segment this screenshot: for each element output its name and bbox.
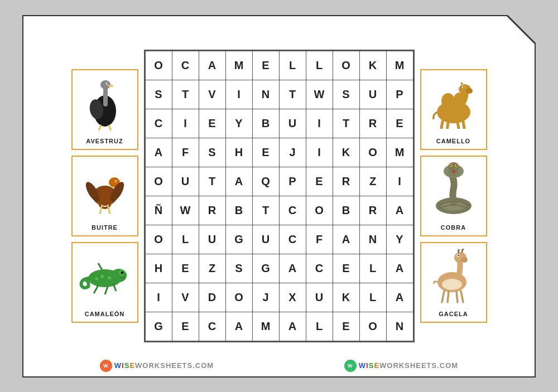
svg-point-16 [116, 181, 117, 182]
grid-cell-5-9: A [386, 196, 413, 225]
grid-cell-9-7: E [333, 312, 359, 341]
grid-cell-6-4: U [252, 225, 279, 254]
grid-cell-9-1: E [172, 312, 199, 341]
svg-point-36 [466, 88, 473, 94]
grid-cell-4-4: Q [252, 167, 279, 196]
animal-card-avestruz: AVESTRUZ [71, 69, 138, 150]
svg-point-22 [111, 269, 127, 282]
grid-cell-5-6: O [306, 196, 333, 225]
watermark-bar: W WISEWORKSHEETS.COM W WISEWORKSHEETS.CO… [23, 360, 535, 372]
grid-cell-9-5: A [279, 312, 306, 341]
grid-cell-3-8: O [359, 138, 386, 167]
grid-cell-7-7: E [333, 254, 359, 283]
grid-cell-8-9: A [386, 283, 413, 312]
svg-point-29 [100, 275, 104, 278]
grid-cell-2-4: B [252, 109, 279, 138]
grid-cell-1-2: V [199, 80, 225, 109]
grid-cell-3-7: K [333, 138, 359, 167]
svg-line-41 [458, 122, 459, 129]
avestruz-image [73, 73, 137, 132]
svg-line-6 [98, 125, 101, 130]
grid-cell-8-7: K [333, 283, 359, 312]
grid-cell-2-5: U [279, 109, 306, 138]
page-corner [507, 16, 535, 44]
svg-point-54 [461, 257, 468, 263]
grid-cell-7-8: L [359, 254, 386, 283]
grid-cell-5-4: T [252, 196, 279, 225]
grid-cell-4-8: Z [359, 167, 386, 196]
svg-line-25 [94, 285, 98, 293]
svg-point-31 [95, 277, 98, 280]
grid-cell-2-9: E [386, 109, 413, 138]
main-content: AVESTRUZ [60, 44, 498, 348]
svg-line-60 [456, 292, 458, 302]
svg-point-49 [450, 164, 451, 166]
grid-cell-9-3: A [225, 312, 252, 341]
svg-point-47 [448, 162, 459, 171]
grid-cell-7-2: Z [199, 254, 225, 283]
svg-point-38 [463, 86, 464, 88]
grid-cell-0-6: L [306, 51, 333, 80]
left-animal-cards: AVESTRUZ [71, 69, 138, 323]
gacela-image [421, 246, 486, 304]
grid-cell-5-5: C [279, 196, 306, 225]
grid-cell-0-5: L [279, 51, 306, 80]
grid-cell-6-1: L [172, 225, 199, 254]
grid-cell-4-7: R [333, 167, 359, 196]
svg-point-56 [458, 254, 459, 255]
grid-cell-6-9: Y [386, 225, 413, 254]
svg-rect-1 [103, 87, 108, 107]
grid-cell-5-0: Ñ [145, 196, 172, 225]
grid-cell-5-1: W [172, 196, 199, 225]
grid-cell-2-1: I [172, 109, 199, 138]
grid-cell-7-4: G [252, 254, 279, 283]
svg-point-24 [121, 271, 123, 274]
grid-table: OCAMELLOKMSTVINTWSUPCIEYBUITREAFSHEJIKOM… [145, 51, 413, 341]
grid-row-7: HEZSGACELA [145, 254, 413, 283]
animal-card-buitre: BUITRE [71, 156, 138, 236]
grid-cell-1-8: U [359, 80, 386, 109]
grid-row-1: STVINTWSUP [145, 80, 413, 109]
grid-row-9: GECAMALEON [145, 312, 413, 341]
grid-cell-6-5: C [279, 225, 306, 254]
grid-cell-3-4: E [252, 138, 279, 167]
grid-cell-3-6: I [306, 138, 333, 167]
grid-cell-3-9: M [386, 138, 413, 167]
svg-line-58 [442, 291, 444, 302]
grid-cell-4-6: E [306, 167, 333, 196]
grid-cell-3-5: J [279, 138, 306, 167]
svg-line-26 [105, 287, 108, 294]
svg-point-33 [441, 93, 455, 109]
grid-cell-8-3: O [225, 283, 252, 312]
grid-cell-9-0: G [145, 312, 172, 341]
grid-cell-7-6: C [306, 254, 333, 283]
grid-cell-0-4: E [252, 51, 279, 80]
grid-cell-3-1: F [172, 138, 199, 167]
grid-cell-1-6: W [306, 80, 333, 109]
grid-cell-4-9: I [386, 167, 413, 196]
grid-cell-8-6: U [306, 283, 333, 312]
grid-cell-4-3: A [225, 167, 252, 196]
svg-line-42 [463, 122, 465, 129]
grid-cell-2-7: T [333, 109, 359, 138]
grid-cell-1-0: S [145, 80, 172, 109]
word-search-grid: OCAMELLOKMSTVINTWSUPCIEYBUITREAFSHEJIKOM… [144, 50, 415, 342]
grid-cell-7-3: S [225, 254, 252, 283]
animal-card-camaleon: CAMALEÓN [71, 242, 138, 323]
grid-cell-9-2: C [199, 312, 225, 341]
grid-cell-8-4: J [252, 283, 279, 312]
animal-card-cobra: COBRA [420, 156, 487, 236]
grid-row-4: OUTAQPERZI [145, 167, 413, 196]
grid-cell-2-0: C [145, 109, 172, 138]
grid-cell-1-9: P [386, 80, 413, 109]
grid-cell-5-3: B [225, 196, 252, 225]
grid-cell-0-8: K [359, 51, 386, 80]
grid-cell-2-3: Y [225, 109, 252, 138]
grid-cell-0-7: O [333, 51, 359, 80]
animal-card-camello: CAMELLO [420, 69, 487, 150]
logo-right: W [344, 360, 357, 372]
grid-cell-9-4: M [252, 312, 279, 341]
grid-row-2: CIEYBUITRE [145, 109, 413, 138]
grid-cell-4-1: U [172, 167, 199, 196]
grid-row-6: OLUGUCFANY [145, 225, 413, 254]
